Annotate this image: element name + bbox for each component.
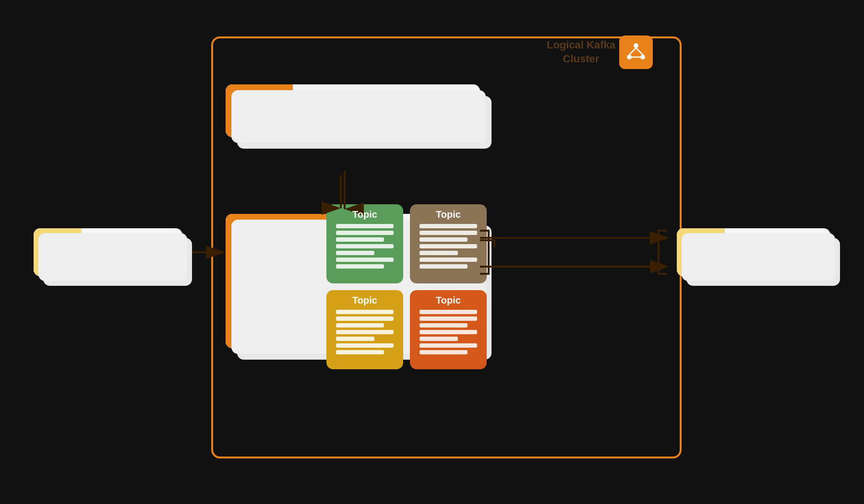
topic-lines-brown: [420, 224, 477, 269]
cluster-label: Logical Kafka Cluster: [547, 35, 653, 69]
controller-nodes-stack: ControllerNodes: [226, 84, 480, 137]
topics-grid: Topic Topic: [326, 204, 487, 369]
topic-card-yellow: Topic: [326, 290, 403, 369]
topic-label-orange: Topic: [436, 295, 461, 306]
topic-card-orange: Topic: [410, 290, 487, 369]
svg-line-3: [629, 48, 636, 55]
topic-lines-green: [336, 224, 394, 269]
diagram: Logical Kafka Cluster: [24, 22, 840, 482]
producers-stack: Producers: [34, 228, 182, 276]
cluster-subtitle: Cluster: [547, 52, 615, 66]
producers-back1: [38, 233, 187, 281]
consumers-back1: [682, 233, 835, 281]
topic-card-green: Topic: [326, 204, 403, 283]
kafka-icon-box: [619, 35, 653, 69]
topic-card-brown: Topic: [410, 204, 487, 283]
topic-label-brown: Topic: [436, 209, 461, 220]
controller-card-back1: [231, 90, 486, 143]
topic-lines-orange: [420, 310, 477, 354]
topic-label-green: Topic: [352, 209, 377, 220]
svg-line-4: [636, 48, 643, 55]
consumers-stack: Consumers: [677, 228, 830, 276]
topic-label-yellow: Topic: [352, 295, 377, 306]
topic-lines-yellow: [336, 310, 394, 354]
cluster-title: Logical Kafka: [547, 38, 615, 52]
svg-point-0: [634, 43, 638, 48]
